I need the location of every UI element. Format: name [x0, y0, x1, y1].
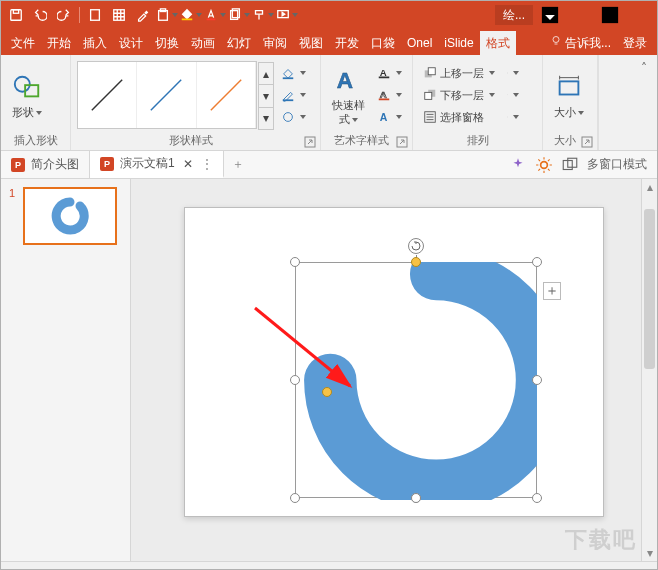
slide-canvas-area[interactable]: ＋ ▴ ▾ 下载吧: [131, 179, 657, 561]
resize-handle-mr[interactable]: [532, 375, 542, 385]
tab-animations[interactable]: 动画: [185, 31, 221, 55]
adjust-handle-top[interactable]: [411, 257, 421, 267]
text-fill-button[interactable]: A: [373, 63, 406, 83]
tab-transitions[interactable]: 切换: [149, 31, 185, 55]
tab-islide[interactable]: iSlide: [438, 31, 479, 55]
new-tab-button[interactable]: ＋: [224, 151, 252, 178]
window-controls: [537, 4, 653, 26]
scroll-up-button[interactable]: ▴: [642, 179, 657, 195]
paste-button[interactable]: [156, 4, 178, 26]
shape-style-buttons: [277, 63, 310, 127]
contextual-tab-label: 绘...: [495, 5, 533, 25]
tab-onekey[interactable]: Onel: [401, 31, 438, 55]
close-button[interactable]: [627, 4, 653, 26]
ribbon-options-button[interactable]: [537, 4, 563, 26]
multi-window-icon: [561, 156, 579, 174]
scroll-down-button[interactable]: ▾: [642, 545, 657, 561]
text-outline-button[interactable]: A: [373, 85, 406, 105]
magic-tool-button[interactable]: [509, 156, 527, 174]
resize-handle-br[interactable]: [532, 493, 542, 503]
layout-options-button[interactable]: ＋: [543, 282, 561, 300]
tab-pocket[interactable]: 口袋: [365, 31, 401, 55]
rotation-handle[interactable]: [408, 238, 424, 254]
shape-outline-button[interactable]: [277, 85, 310, 105]
tab-insert[interactable]: 插入: [77, 31, 113, 55]
tab-menu-button[interactable]: ⋮: [201, 157, 213, 171]
style-preset-2[interactable]: [137, 62, 196, 128]
gallery-scroll-down[interactable]: ▾: [259, 85, 273, 107]
save-button[interactable]: [5, 4, 27, 26]
size-dialog-launcher[interactable]: [581, 136, 593, 148]
collapse-ribbon-button[interactable]: ˄: [635, 59, 653, 77]
close-tab-button[interactable]: ✕: [181, 157, 195, 171]
selection-pane-button[interactable]: 选择窗格: [419, 107, 499, 127]
tab-view[interactable]: 视图: [293, 31, 329, 55]
resize-handle-tl[interactable]: [290, 257, 300, 267]
undo-button[interactable]: [29, 4, 51, 26]
format-painter-qat-button[interactable]: [252, 4, 274, 26]
tab-developer[interactable]: 开发: [329, 31, 365, 55]
maximize-button[interactable]: [597, 4, 623, 26]
svg-rect-19: [283, 77, 294, 79]
text-effects-button[interactable]: A: [373, 107, 406, 127]
document-tab-1[interactable]: P 简介头图: [1, 151, 90, 178]
eyedropper-button[interactable]: [132, 4, 154, 26]
tab-slideshow[interactable]: 幻灯: [221, 31, 257, 55]
group-objects-button[interactable]: [503, 85, 523, 105]
gallery-scroll: ▴ ▾ ▾: [258, 62, 274, 130]
insert-table-button[interactable]: [108, 4, 130, 26]
svg-rect-25: [379, 77, 390, 79]
send-backward-button[interactable]: 下移一层: [419, 85, 499, 105]
rotate-button[interactable]: [503, 107, 523, 127]
font-color-qat-button[interactable]: [204, 4, 226, 26]
shape-fill-button[interactable]: [277, 63, 310, 83]
scroll-thumb[interactable]: [644, 209, 655, 369]
settings-button[interactable]: [535, 156, 553, 174]
resize-handle-tr[interactable]: [532, 257, 542, 267]
tab-design[interactable]: 设计: [113, 31, 149, 55]
tab-review[interactable]: 审阅: [257, 31, 293, 55]
arc-shape[interactable]: [295, 262, 537, 500]
gallery-scroll-up[interactable]: ▴: [259, 63, 273, 85]
size-button[interactable]: 大小: [549, 69, 589, 121]
slide[interactable]: ＋: [184, 207, 604, 517]
document-tab-2[interactable]: P 演示文稿1 ✕ ⋮: [90, 151, 224, 178]
resize-handle-ml[interactable]: [290, 375, 300, 385]
quick-styles-button[interactable]: A 快速样式: [327, 62, 369, 128]
tab-format[interactable]: 格式: [480, 31, 516, 55]
redo-button[interactable]: [53, 4, 75, 26]
bring-forward-button[interactable]: 上移一层: [419, 63, 499, 83]
gallery-expand[interactable]: ▾: [259, 108, 273, 129]
start-slideshow-button[interactable]: [276, 4, 298, 26]
pen-icon: [281, 88, 295, 102]
tab-file[interactable]: 文件: [5, 31, 41, 55]
selected-shape[interactable]: ＋: [295, 262, 537, 498]
svg-rect-12: [602, 7, 618, 23]
text-outline-icon: A: [377, 88, 391, 102]
quick-styles-label: 快速样式: [332, 99, 365, 125]
slide-thumbnail-1[interactable]: [23, 187, 117, 245]
group-wordart-label: 艺术字样式: [327, 131, 396, 148]
signin-link[interactable]: 登录: [617, 31, 653, 55]
shape-style-gallery[interactable]: ▴ ▾ ▾: [77, 61, 257, 129]
tell-me-box[interactable]: 告诉我...: [544, 31, 617, 55]
resize-handle-bl[interactable]: [290, 493, 300, 503]
adjust-handle-left[interactable]: [322, 387, 332, 397]
vertical-scrollbar[interactable]: ▴ ▾: [641, 179, 657, 561]
new-file-button[interactable]: [84, 4, 106, 26]
tab-home[interactable]: 开始: [41, 31, 77, 55]
style-preset-3[interactable]: [197, 62, 256, 128]
footer-bar: [1, 561, 657, 569]
style-preset-1[interactable]: [78, 62, 137, 128]
shape-fill-qat-button[interactable]: [180, 4, 202, 26]
multi-window-label[interactable]: 多窗口模式: [587, 156, 647, 173]
shape-styles-dialog-launcher[interactable]: [304, 136, 316, 148]
svg-rect-33: [425, 92, 432, 99]
align-button[interactable]: [503, 63, 523, 83]
resize-handle-bm2[interactable]: [411, 493, 421, 503]
shapes-gallery-button[interactable]: 形状: [7, 69, 47, 121]
shape-effects-button[interactable]: [277, 107, 310, 127]
minimize-button[interactable]: [567, 4, 593, 26]
copy-button[interactable]: [228, 4, 250, 26]
wordart-dialog-launcher[interactable]: [396, 136, 408, 148]
